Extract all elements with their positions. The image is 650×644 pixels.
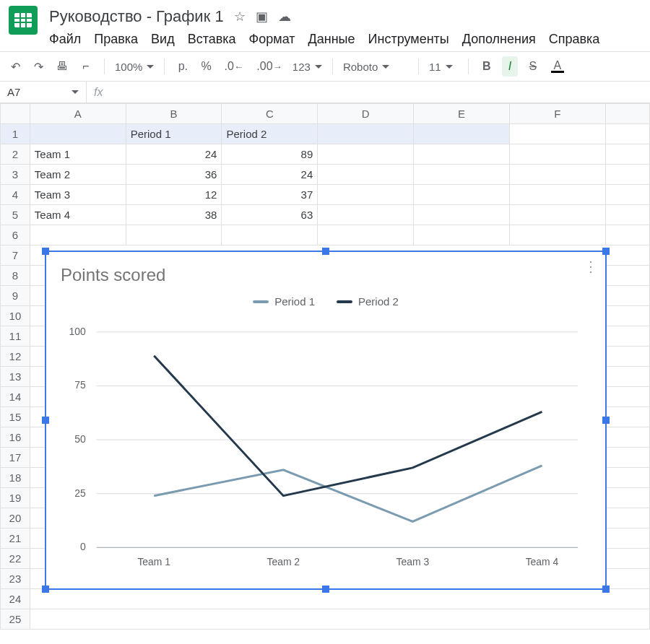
menu-tools[interactable]: Инструменты xyxy=(368,32,449,47)
strikethrough-button[interactable]: S xyxy=(525,56,541,77)
menu-format[interactable]: Формат xyxy=(249,32,295,47)
cell[interactable] xyxy=(30,609,649,630)
cell[interactable]: 12 xyxy=(126,185,222,205)
row-header[interactable]: 15 xyxy=(1,407,30,427)
redo-button[interactable]: ↷ xyxy=(30,56,46,77)
cell[interactable]: 38 xyxy=(126,205,222,225)
cell[interactable] xyxy=(509,185,605,205)
row-header[interactable]: 16 xyxy=(1,427,30,448)
col-header-extra[interactable] xyxy=(605,104,649,124)
cell[interactable]: Team 2 xyxy=(30,165,126,185)
cell[interactable] xyxy=(414,185,510,205)
star-icon[interactable]: ☆ xyxy=(234,9,246,25)
cell[interactable] xyxy=(318,144,414,165)
cell[interactable] xyxy=(126,225,222,245)
row-header[interactable]: 5 xyxy=(1,205,30,225)
paint-format-button[interactable]: ⌐ xyxy=(78,56,94,77)
cell[interactable] xyxy=(30,589,649,609)
cell[interactable]: 37 xyxy=(222,185,318,205)
cell[interactable] xyxy=(30,124,126,144)
name-box[interactable]: A7 xyxy=(0,82,87,103)
row-header[interactable]: 18 xyxy=(1,468,30,488)
row-header[interactable]: 23 xyxy=(1,569,30,589)
cell[interactable] xyxy=(414,124,510,144)
resize-handle[interactable] xyxy=(602,248,610,255)
row-header[interactable]: 8 xyxy=(1,266,30,286)
document-title[interactable]: Руководство - График 1 xyxy=(49,7,224,26)
cell[interactable] xyxy=(30,225,126,245)
cell[interactable] xyxy=(509,205,605,225)
move-icon[interactable]: ▣ xyxy=(256,9,268,25)
zoom-select[interactable]: 100% xyxy=(115,61,154,73)
font-size-select[interactable]: 11 xyxy=(429,61,458,73)
cell[interactable] xyxy=(605,124,649,144)
row-header[interactable]: 11 xyxy=(1,326,30,347)
cell[interactable] xyxy=(605,225,649,245)
resize-handle[interactable] xyxy=(42,586,49,593)
cell[interactable] xyxy=(414,205,510,225)
cell[interactable] xyxy=(414,165,510,185)
menu-data[interactable]: Данные xyxy=(308,32,355,47)
cell[interactable] xyxy=(509,225,605,245)
formula-bar[interactable] xyxy=(110,85,650,99)
chart-menu-icon[interactable]: ⋮ xyxy=(584,258,598,275)
row-header[interactable]: 9 xyxy=(1,286,30,306)
menu-edit[interactable]: Правка xyxy=(94,32,138,47)
row-header[interactable]: 19 xyxy=(1,488,30,508)
resize-handle[interactable] xyxy=(42,248,49,255)
col-header-b[interactable]: B xyxy=(126,104,222,124)
row-header[interactable]: 3 xyxy=(1,165,30,185)
menu-addons[interactable]: Дополнения xyxy=(462,32,536,47)
row-header[interactable]: 2 xyxy=(1,144,30,165)
cell[interactable]: 63 xyxy=(222,205,318,225)
row-header[interactable]: 4 xyxy=(1,185,30,205)
menu-view[interactable]: Вид xyxy=(151,32,175,47)
cell[interactable]: 36 xyxy=(126,165,222,185)
select-all-corner[interactable] xyxy=(1,104,30,124)
cell[interactable] xyxy=(509,165,605,185)
cell[interactable]: 24 xyxy=(222,165,318,185)
cell[interactable] xyxy=(605,165,649,185)
text-color-button[interactable]: A xyxy=(548,56,567,77)
resize-handle[interactable] xyxy=(602,586,610,593)
cell[interactable] xyxy=(605,205,649,225)
row-header[interactable]: 25 xyxy=(1,609,30,630)
row-header[interactable]: 7 xyxy=(1,245,30,266)
undo-button[interactable]: ↶ xyxy=(7,56,23,77)
cell[interactable]: Period 2 xyxy=(222,124,318,144)
format-currency-button[interactable]: р. xyxy=(175,56,191,77)
cell[interactable] xyxy=(318,205,414,225)
col-header-a[interactable]: A xyxy=(30,104,126,124)
cell[interactable]: Team 1 xyxy=(30,144,126,165)
cell[interactable] xyxy=(605,185,649,205)
cell[interactable]: Team 3 xyxy=(30,185,126,205)
cell[interactable]: 24 xyxy=(126,144,222,165)
format-percent-button[interactable]: % xyxy=(198,56,214,77)
col-header-f[interactable]: F xyxy=(509,104,605,124)
row-header[interactable]: 14 xyxy=(1,387,30,407)
cell[interactable] xyxy=(222,225,318,245)
row-header[interactable]: 13 xyxy=(1,367,30,387)
row-header[interactable]: 12 xyxy=(1,347,30,367)
number-format-select[interactable]: 123 xyxy=(292,61,322,73)
cell[interactable] xyxy=(605,144,649,165)
cell[interactable] xyxy=(318,185,414,205)
cell[interactable] xyxy=(318,124,414,144)
col-header-e[interactable]: E xyxy=(414,104,510,124)
cell[interactable]: 89 xyxy=(222,144,318,165)
cell[interactable] xyxy=(414,225,510,245)
cell[interactable] xyxy=(509,124,605,144)
print-button[interactable]: 🖶 xyxy=(53,56,71,77)
cell[interactable] xyxy=(318,225,414,245)
cell[interactable]: Team 4 xyxy=(30,205,126,225)
col-header-c[interactable]: C xyxy=(222,104,318,124)
menu-file[interactable]: Файл xyxy=(49,32,81,47)
cell[interactable]: Period 1 xyxy=(126,124,222,144)
embedded-chart[interactable]: ⋮ Points scored Period 1 Period 2 0 25 5… xyxy=(45,251,607,590)
row-header[interactable]: 22 xyxy=(1,549,30,569)
resize-handle[interactable] xyxy=(322,248,329,255)
cell[interactable] xyxy=(509,144,605,165)
bold-button[interactable]: B xyxy=(479,56,495,77)
font-family-select[interactable]: Roboto xyxy=(343,61,408,73)
row-header[interactable]: 17 xyxy=(1,448,30,468)
